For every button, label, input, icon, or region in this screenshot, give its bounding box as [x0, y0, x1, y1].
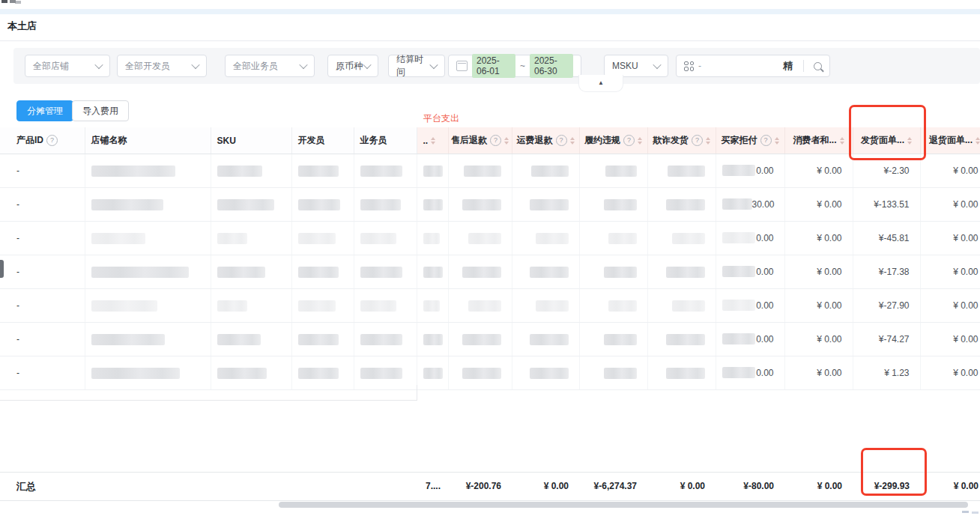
col-freight-refund[interactable]: 运费退款?: [512, 127, 579, 154]
time-type-select[interactable]: 结算时间: [388, 55, 445, 77]
cell-return-label-fee: ¥ 0.00: [920, 356, 980, 390]
cell-after-sale-refund: [448, 154, 512, 188]
cell-fraud-delivery: [647, 255, 716, 289]
cell-return-label-fee: ¥ 0.00: [920, 188, 980, 222]
calendar-icon: [456, 61, 468, 71]
divider: [0, 40, 980, 41]
date-range-picker[interactable]: 2025-06-01 ~ 2025-06-30: [448, 55, 581, 77]
summary-buyer-chargeback: ¥-80.00: [716, 473, 784, 501]
date-start[interactable]: 2025-06-01: [472, 54, 515, 78]
cell-consumer-and: ¥ 0.00: [784, 188, 853, 222]
tab-local-store[interactable]: 本土店: [7, 19, 37, 33]
summary-freight-refund: ¥ 0.00: [512, 473, 579, 501]
cell-freight-refund: [512, 255, 579, 289]
table-row: - 0.00 ¥ 0.00 ¥-74.27 ¥ 0.00: [0, 323, 980, 356]
col-consumer-and[interactable]: 消费者和...: [784, 127, 853, 154]
filter-bar: 全部店铺 全部开发员 全部业务员 原币种 结算时间 2025-06-01 ~ 2…: [13, 48, 980, 84]
search-input[interactable]: - 精: [676, 55, 830, 77]
help-icon[interactable]: ?: [556, 135, 567, 146]
help-icon[interactable]: ?: [46, 135, 58, 146]
cell-developer: [291, 323, 354, 356]
exact-match-toggle[interactable]: 精: [783, 59, 793, 73]
col-store-name: 店铺名称: [85, 127, 211, 154]
cell-store-name: [85, 255, 211, 289]
col-contract-violation[interactable]: 履约违规?: [579, 127, 647, 154]
allocate-manage-button[interactable]: 分摊管理: [16, 100, 73, 121]
cell-consumer-and: ¥ 0.00: [784, 255, 853, 289]
cell-fraud-delivery: [647, 289, 716, 323]
cell-after-sale-refund: [448, 289, 512, 323]
cell-sku: [211, 188, 291, 222]
cell-buyer-chargeback: 0.00: [716, 222, 784, 255]
cell-product-id: -: [0, 188, 85, 222]
cell-consumer-and: ¥ 0.00: [784, 289, 853, 323]
cell-developer: [291, 188, 354, 222]
col-product-id: 产品ID?: [0, 127, 85, 154]
col-buyer-chargeback[interactable]: 买家拒付?: [716, 127, 784, 154]
fee-table: 产品ID? 店铺名称 SKU 开发员 业务员 .. 售后退款? 运费退款? 履约…: [0, 127, 980, 390]
cell-sku: [211, 255, 291, 289]
col-shipping-label-fee[interactable]: 发货面单...: [853, 127, 920, 154]
cell-freight-refund: [512, 356, 579, 390]
col-after-sale-refund[interactable]: 售后退款?: [448, 127, 512, 154]
cell-fraud-delivery: [647, 356, 716, 390]
cell-shipping-label-fee: ¥-133.51: [853, 188, 920, 222]
currency-select[interactable]: 原币种: [327, 55, 378, 77]
cell-contract-violation: [579, 154, 647, 188]
developer-select[interactable]: 全部开发员: [117, 55, 207, 77]
summary-shipping-label-fee: ¥-299.93: [853, 473, 920, 501]
cell-after-sale-refund: [448, 222, 512, 255]
cell-fraud-delivery: [647, 154, 716, 188]
cell-salesman: [354, 188, 417, 222]
col-return-label-fee[interactable]: 退货面单...: [920, 127, 980, 154]
cell-product-id: -: [0, 154, 85, 188]
import-fee-button[interactable]: 导入费用: [72, 100, 129, 121]
summary-after-sale-refund: ¥-200.76: [448, 473, 512, 501]
help-icon[interactable]: ?: [490, 135, 501, 146]
cell-truncated: [417, 255, 448, 289]
sort-icon: [775, 137, 779, 145]
collapse-filter-toggle[interactable]: ▲: [578, 75, 623, 92]
salesman-select[interactable]: 全部业务员: [225, 55, 315, 77]
cell-truncated: [417, 154, 448, 188]
help-icon[interactable]: ?: [760, 135, 772, 146]
col-fraud-delivery[interactable]: 欺诈发货?: [647, 127, 716, 154]
cell-developer: [291, 222, 354, 255]
shop-select[interactable]: 全部店铺: [25, 55, 110, 77]
col-truncated[interactable]: ..: [417, 127, 448, 154]
cell-consumer-and: ¥ 0.00: [784, 222, 853, 255]
cell-after-sale-refund: [448, 188, 512, 222]
summary-label: 汇总: [0, 473, 85, 501]
sort-icon: [638, 137, 642, 145]
cell-shipping-label-fee: ¥-2.30: [853, 154, 920, 188]
chevron-down-icon: [191, 61, 199, 69]
cell-consumer-and: ¥ 0.00: [784, 323, 853, 356]
cell-contract-violation: [579, 356, 647, 390]
left-drawer-handle[interactable]: [0, 260, 4, 278]
cell-shipping-label-fee: ¥-17.38: [853, 255, 920, 289]
cell-contract-violation: [579, 323, 647, 356]
cell-contract-violation: [579, 188, 647, 222]
cell-store-name: [85, 323, 211, 356]
cell-contract-violation: [579, 255, 647, 289]
cell-fraud-delivery: [647, 222, 716, 255]
cell-fraud-delivery: [647, 323, 716, 356]
cell-contract-violation: [579, 222, 647, 255]
horizontal-scrollbar[interactable]: [279, 502, 968, 508]
cell-truncated: [417, 356, 448, 390]
help-icon[interactable]: ?: [623, 135, 635, 146]
cell-shipping-label-fee: ¥-45.81: [853, 222, 920, 255]
help-icon[interactable]: ?: [692, 135, 703, 146]
cell-store-name: [85, 154, 211, 188]
cell-sku: [211, 356, 291, 390]
summary-row: 汇总 7.... ¥-200.76 ¥ 0.00 ¥-6,274.37 ¥ 0.…: [0, 472, 980, 501]
col-developer: 开发员: [291, 127, 354, 154]
chevron-down-icon: [299, 61, 307, 69]
table-row: - 0.00 ¥ 0.00 ¥-27.90 ¥ 0.00: [0, 289, 980, 323]
date-end[interactable]: 2025-06-30: [530, 54, 573, 78]
cell-after-sale-refund: [448, 255, 512, 289]
search-icon[interactable]: [814, 62, 822, 70]
sku-type-select[interactable]: MSKU: [604, 55, 668, 77]
cell-freight-refund: [512, 289, 579, 323]
table-row: - 0.00 ¥ 0.00 ¥-17.38 ¥ 0.00: [0, 255, 980, 289]
